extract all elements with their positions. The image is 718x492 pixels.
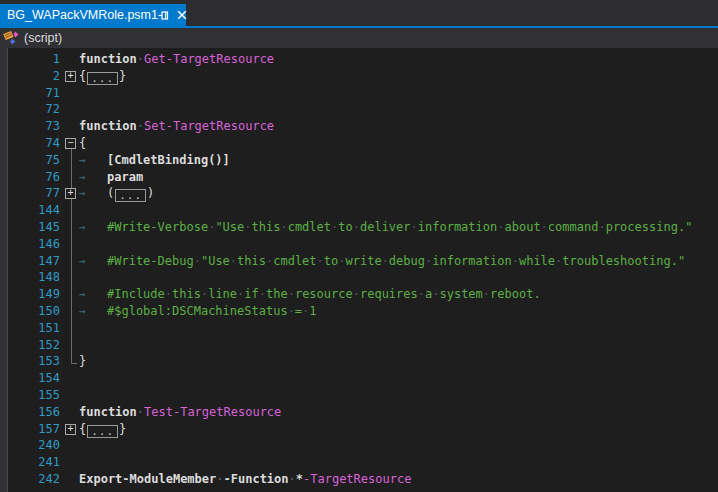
- vs-editor-window: { "tab": { "title": "BG_WAPackVMRole.psm…: [0, 0, 718, 492]
- document-tab[interactable]: BG_WAPackVMRole.psm1: [0, 4, 186, 26]
- collapsed-region[interactable]: ...: [87, 425, 118, 438]
- outline-guide: [71, 320, 72, 337]
- outline-guide: [71, 286, 72, 303]
- fold-margin: [60, 269, 79, 286]
- collapsed-region[interactable]: ...: [115, 189, 146, 202]
- fold-margin: +: [60, 421, 79, 438]
- fold-margin: [60, 101, 79, 118]
- close-icon[interactable]: [177, 10, 187, 20]
- code-line: 240: [0, 437, 718, 454]
- line-number: 241: [0, 454, 60, 471]
- space-whitespace: ·: [353, 220, 360, 234]
- fold-margin: [60, 303, 79, 320]
- line-number: 152: [0, 337, 60, 354]
- line-number: 74: [0, 135, 60, 152]
- code-text[interactable]: →#Write-Verbose·"Use·this·cmdlet·to·deli…: [79, 219, 692, 236]
- line-number: 154: [0, 370, 60, 387]
- indicator-margin: [0, 48, 8, 492]
- tab-bar: BG_WAPackVMRole.psm1: [0, 0, 718, 26]
- fold-margin: [60, 118, 79, 135]
- code-line: 75→[CmdletBinding()]: [0, 152, 718, 169]
- fold-margin: [60, 286, 79, 303]
- function-name: Set-TargetResource: [144, 119, 274, 133]
- code-text[interactable]: function·Test-TargetResource: [79, 404, 281, 421]
- code-line: 145→#Write-Verbose·"Use·this·cmdlet·to·d…: [0, 219, 718, 236]
- line-number: 150: [0, 303, 60, 320]
- line-number: 77: [0, 185, 60, 202]
- space-whitespace: ·: [512, 254, 519, 268]
- comment-text: #Write-Debug·"Use·this·cmdlet·to·write·d…: [107, 254, 685, 268]
- space-whitespace: ·: [497, 220, 504, 234]
- tab-whitespace: →: [79, 254, 107, 271]
- code-text[interactable]: {...}: [79, 421, 126, 438]
- code-text[interactable]: function·Set-TargetResource: [79, 118, 274, 135]
- outline-guide: [71, 169, 72, 186]
- code-line: 71: [0, 85, 718, 102]
- space-whitespace: ·: [382, 254, 389, 268]
- code-line: 147→#Write-Debug·"Use·this·cmdlet·to·wri…: [0, 253, 718, 270]
- code-text[interactable]: {...}: [79, 68, 126, 85]
- space-whitespace: ·: [289, 472, 296, 486]
- outline-guide: [71, 303, 72, 320]
- line-number: 155: [0, 387, 60, 404]
- outline-guide: [71, 337, 72, 354]
- script-icon: [3, 30, 20, 46]
- code-text[interactable]: →#Include·this·line·if·the·resource·requ…: [79, 286, 541, 303]
- collapse-region-icon[interactable]: −: [65, 138, 76, 149]
- fold-margin: [60, 236, 79, 253]
- code-line: 241: [0, 454, 718, 471]
- space-whitespace: ·: [137, 52, 144, 66]
- fold-margin: [60, 202, 79, 219]
- collapsed-region[interactable]: ...: [87, 72, 118, 85]
- code-line: 72: [0, 101, 718, 118]
- code-text[interactable]: {: [79, 135, 86, 152]
- comment-text: #Write-Verbose·"Use·this·cmdlet·to·deliv…: [107, 220, 692, 234]
- line-number: 151: [0, 320, 60, 337]
- code-token: function·: [79, 119, 144, 133]
- code-line: 156function·Test-TargetResource: [0, 404, 718, 421]
- fold-margin: [60, 51, 79, 68]
- space-whitespace: ·: [338, 254, 345, 268]
- line-number: 72: [0, 101, 60, 118]
- code-line: 157+{...}: [0, 421, 718, 438]
- code-token: }: [119, 422, 126, 436]
- code-text[interactable]: function·Get-TargetResource: [79, 51, 274, 68]
- outline-guide: [71, 269, 72, 286]
- expand-region-icon[interactable]: +: [65, 71, 76, 82]
- code-text[interactable]: Export-ModuleMember·-Function·*-TargetRe…: [79, 471, 411, 488]
- fold-margin: [60, 320, 79, 337]
- scope-label: (script): [24, 31, 62, 45]
- space-whitespace: ·: [194, 254, 201, 268]
- fold-margin: [60, 387, 79, 404]
- code-line: 1function·Get-TargetResource: [0, 51, 718, 68]
- code-line: 152: [0, 337, 718, 354]
- pin-icon[interactable]: [158, 10, 170, 21]
- code-text[interactable]: →[CmdletBinding()]: [79, 152, 230, 169]
- code-text[interactable]: →(...): [79, 185, 154, 202]
- outline-guide: [71, 152, 72, 169]
- code-lines: 1function·Get-TargetResource2+{...}71727…: [0, 51, 718, 488]
- space-whitespace: ·: [137, 405, 144, 419]
- line-number: 73: [0, 118, 60, 135]
- expand-region-icon[interactable]: +: [65, 424, 76, 435]
- expand-region-icon[interactable]: +: [65, 188, 76, 199]
- comment-text: #Include·this·line·if·the·resource·requi…: [107, 287, 541, 301]
- code-text[interactable]: →#$global:DSCMachineStatus·=·1: [79, 303, 317, 320]
- code-line: 144: [0, 202, 718, 219]
- fold-margin: [60, 337, 79, 354]
- code-text[interactable]: →#Write-Debug·"Use·this·cmdlet·to·write·…: [79, 253, 685, 270]
- code-token: function·: [79, 52, 144, 66]
- fold-margin: [60, 169, 79, 186]
- fold-margin: [60, 404, 79, 421]
- space-whitespace: ·: [411, 220, 418, 234]
- fold-margin: [60, 152, 79, 169]
- scope-dropdown[interactable]: (script): [0, 28, 718, 48]
- code-line: 2+{...}: [0, 68, 718, 85]
- code-text[interactable]: →param: [79, 169, 143, 186]
- line-number: 242: [0, 471, 60, 488]
- code-line: 73function·Set-TargetResource: [0, 118, 718, 135]
- code-text[interactable]: }: [79, 353, 86, 370]
- fold-margin: +: [60, 185, 79, 202]
- code-line: 74−{: [0, 135, 718, 152]
- editor-pane[interactable]: 1function·Get-TargetResource2+{...}71727…: [0, 48, 718, 492]
